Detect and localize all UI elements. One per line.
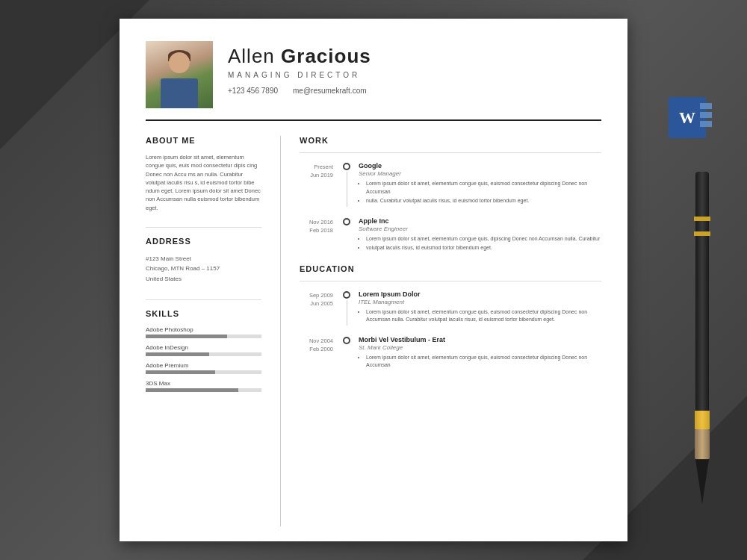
degree-name: St. Mark College xyxy=(359,344,601,351)
bullet-item: Lorem ipsum dolor sit amet, elementum co… xyxy=(366,235,601,243)
left-divider-2 xyxy=(146,299,261,300)
skill-bar-fill xyxy=(146,388,238,392)
edu-timeline-dot xyxy=(343,337,350,344)
work-content: Apple Inc Software Engineer Lorem ipsum … xyxy=(353,217,601,254)
timeline-connector xyxy=(341,217,353,254)
person-head xyxy=(169,52,190,73)
skill-name: Adobe InDesign xyxy=(146,344,261,351)
job-role: Senior Manager xyxy=(359,170,601,177)
last-name: Gracious xyxy=(281,45,371,67)
company-name: Apple Inc xyxy=(359,217,601,225)
right-column: WORK Present Jun 2019 Google Senior Mana… xyxy=(300,136,601,526)
pen-decoration xyxy=(676,164,728,523)
timeline-line xyxy=(347,172,347,207)
edu-date-start: Sep 2009 xyxy=(300,291,333,299)
skill-item: Adobe InDesign xyxy=(146,344,261,356)
word-icon-lines xyxy=(700,103,712,109)
edu-date-end: Feb 2000 xyxy=(300,345,333,353)
column-divider xyxy=(280,136,281,526)
edu-date-start: Nov 2004 xyxy=(300,337,333,345)
work-bullets: Lorem ipsum dolor sit amet, elementum co… xyxy=(359,180,601,205)
edu-date-end: Jun 2005 xyxy=(300,299,333,308)
resume-body: ABOUT ME Lorem ipsum dolor sit amet, ele… xyxy=(120,121,627,541)
edu-date: Nov 2004 Feb 2000 xyxy=(300,336,341,371)
work-divider xyxy=(300,152,601,153)
job-role: Software Engineer xyxy=(359,225,601,232)
edu-bullets: Lorem ipsum dolor sit amet, elementum co… xyxy=(359,308,601,324)
header-info: Allen Gracious MANAGING DIRECTOR +123 45… xyxy=(228,41,601,95)
bullet-item: volutpat iaculis risus, id euismod torto… xyxy=(366,244,601,252)
pen-body xyxy=(695,172,709,411)
edu-bullet-item: Lorem ipsum dolor sit amet, elementum co… xyxy=(366,308,601,324)
skill-item: Adobe Photoshop xyxy=(146,326,261,338)
timeline-dot xyxy=(343,218,350,225)
about-title: ABOUT ME xyxy=(146,136,261,147)
skill-bar-bg xyxy=(146,352,261,356)
skills-title: SKILLS xyxy=(146,309,261,320)
skill-item: Adobe Premium xyxy=(146,362,261,374)
pen-band xyxy=(694,217,710,221)
pen-grip xyxy=(695,429,710,459)
work-bullets: Lorem ipsum dolor sit amet, elementum co… xyxy=(359,235,601,252)
address-line2: Chicago, MTN Road – 1157 xyxy=(146,264,261,274)
work-date: Present Jun 2019 xyxy=(300,162,341,207)
company-name: Google xyxy=(359,162,601,169)
degree-name: ITEL Managment xyxy=(359,299,601,305)
first-name: Allen xyxy=(228,45,275,67)
left-divider-1 xyxy=(146,227,261,228)
skill-bar-fill xyxy=(146,335,227,338)
timeline-dot xyxy=(343,163,350,170)
job-title: MANAGING DIRECTOR xyxy=(228,71,601,79)
skill-bar-fill xyxy=(146,370,215,374)
person-silhouette xyxy=(146,41,213,108)
address-line1: #123 Main Street xyxy=(146,254,261,264)
address-title: ADDRESS xyxy=(146,237,261,248)
timeline-connector xyxy=(341,162,353,207)
education-divider xyxy=(300,281,601,281)
profile-photo xyxy=(146,41,213,108)
work-timeline: Present Jun 2019 Google Senior Manager L… xyxy=(300,162,601,254)
resume-document: Allen Gracious MANAGING DIRECTOR +123 45… xyxy=(120,19,627,541)
pen-gold-band xyxy=(695,411,710,429)
pen-band2 xyxy=(694,231,710,236)
full-name: Allen Gracious xyxy=(228,45,601,68)
education-section-title: EDUCATION xyxy=(300,264,601,273)
edu-timeline-connector xyxy=(341,290,353,326)
phone-number: +123 456 7890 xyxy=(228,87,278,95)
education-timeline: Sep 2009 Jun 2005 Lorem Ipsum Dolor ITEL… xyxy=(300,290,601,371)
skill-bar-bg xyxy=(146,388,261,392)
pen-tip xyxy=(695,459,709,504)
education-item: Sep 2009 Jun 2005 Lorem Ipsum Dolor ITEL… xyxy=(300,290,601,326)
skill-name: 3DS Max xyxy=(146,380,261,387)
education-item: Nov 2004 Feb 2000 Morbi Vel Vestibulum -… xyxy=(300,336,601,371)
email-address: me@resumekraft.com xyxy=(293,87,367,95)
skill-bar-fill xyxy=(146,352,209,356)
work-date: Nov 2016 Feb 2018 xyxy=(300,217,341,254)
skill-name: Adobe Photoshop xyxy=(146,326,261,333)
person-body xyxy=(161,78,198,108)
date-start: Nov 2016 xyxy=(300,218,333,226)
word-icon[interactable]: W xyxy=(669,97,706,138)
resume-header: Allen Gracious MANAGING DIRECTOR +123 45… xyxy=(120,19,627,119)
edu-timeline-line xyxy=(347,300,347,326)
left-column: ABOUT ME Lorem ipsum dolor sit amet, ele… xyxy=(146,136,261,526)
edu-timeline-dot xyxy=(343,291,350,299)
work-section-title: WORK xyxy=(300,136,601,145)
skill-bar-bg xyxy=(146,335,261,338)
school-name: Morbi Vel Vestibulum - Erat xyxy=(359,336,601,343)
skill-name: Adobe Premium xyxy=(146,362,261,369)
work-content: Google Senior Manager Lorem ipsum dolor … xyxy=(353,162,601,207)
date-start: Present xyxy=(300,163,333,171)
date-end: Feb 2018 xyxy=(300,226,333,234)
about-text: Lorem ipsum dolor sit amet, elementum co… xyxy=(146,153,261,212)
bullet-item: nulla. Curabitur volutpat iaculis risus,… xyxy=(366,197,601,205)
edu-timeline-connector xyxy=(341,336,353,371)
edu-bullets: Lorem ipsum dolor sit amet, elementum co… xyxy=(359,354,601,370)
address-line3: United States xyxy=(146,274,261,284)
edu-bullet-item: Lorem ipsum dolor sit amet, elementum co… xyxy=(366,354,601,370)
skill-item: 3DS Max xyxy=(146,380,261,392)
bullet-item: Lorem ipsum dolor sit amet, elementum co… xyxy=(366,180,601,196)
school-name: Lorem Ipsum Dolor xyxy=(359,290,601,298)
work-item: Nov 2016 Feb 2018 Apple Inc Software Eng… xyxy=(300,217,601,254)
skills-section: Adobe Photoshop Adobe InDesign Adobe Pre… xyxy=(146,326,261,392)
